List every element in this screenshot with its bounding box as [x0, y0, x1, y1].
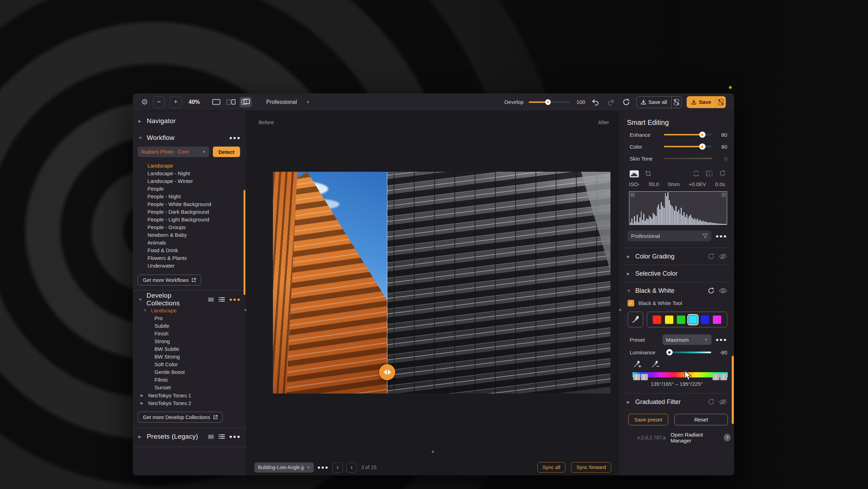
- grid-view-icon[interactable]: [208, 297, 214, 302]
- workflow-item[interactable]: Food & Drink: [133, 247, 244, 254]
- single-view-icon[interactable]: [210, 97, 222, 107]
- reset-section-icon[interactable]: [708, 253, 715, 260]
- zoom-in-button[interactable]: +: [170, 96, 182, 108]
- detect-button[interactable]: Detect: [213, 147, 240, 157]
- bw-color-swatch[interactable]: [689, 316, 697, 324]
- workflow-item[interactable]: People - White Background: [133, 200, 244, 208]
- photo-compare-view[interactable]: [273, 172, 610, 394]
- selective-color-section-header[interactable]: ▶ Selective Color: [619, 265, 734, 282]
- side-by-side-view-icon[interactable]: [225, 97, 237, 107]
- workflow-item[interactable]: Landscape - Winter: [133, 177, 244, 185]
- workflow-item[interactable]: People - Dark Background: [133, 208, 244, 216]
- bw-color-swatch[interactable]: [701, 316, 709, 324]
- black-white-tool-checkbox[interactable]: ✓: [628, 300, 634, 306]
- toolbar-profile-dropdown[interactable]: Professional ▼: [266, 99, 310, 105]
- workflow-item[interactable]: Flowers & Plants: [133, 254, 244, 262]
- hue-range-handle[interactable]: [720, 374, 727, 380]
- crop-icon[interactable]: [645, 170, 651, 178]
- sidebar-collapse-handle[interactable]: ◀: [244, 307, 247, 312]
- zoom-out-button[interactable]: −: [153, 96, 165, 108]
- rotate-icon[interactable]: [719, 170, 726, 178]
- redo-icon[interactable]: [606, 99, 616, 106]
- workflow-item[interactable]: People - Light Background: [133, 216, 244, 224]
- workflow-section-header[interactable]: ▼ Workflow ●●●: [133, 133, 246, 143]
- get-more-develop-collections-button[interactable]: Get more Develop Collections: [138, 412, 223, 423]
- slider-control[interactable]: [664, 155, 712, 162]
- reset-image-icon[interactable]: [621, 98, 631, 106]
- collection-item[interactable]: BW Subtle: [133, 345, 246, 353]
- filmstrip-expand-icon[interactable]: ▲: [431, 449, 435, 454]
- sync-forward-button[interactable]: Sync forward: [571, 462, 611, 473]
- grid-view-icon[interactable]: [208, 434, 214, 439]
- settings-gear-icon[interactable]: ⚙: [141, 98, 148, 106]
- bw-preset-dropdown[interactable]: Maximum ▼: [663, 334, 711, 345]
- undo-icon[interactable]: [590, 99, 601, 106]
- reset-section-icon[interactable]: [708, 398, 715, 405]
- workflow-engine-dropdown[interactable]: Radiant Photo - Core ▼: [138, 147, 209, 157]
- hue-range-handle[interactable]: [713, 374, 719, 380]
- save-options-toggle[interactable]: [716, 96, 726, 108]
- bw-color-swatch[interactable]: [677, 316, 685, 324]
- next-image-button[interactable]: ›: [346, 462, 357, 473]
- visibility-off-icon[interactable]: [719, 399, 727, 405]
- color-picker-eyedropper-button[interactable]: [628, 312, 643, 327]
- workflow-item[interactable]: Landscape: [133, 162, 244, 170]
- save-preset-button[interactable]: Save preset: [628, 414, 668, 425]
- collection-group-collapsed[interactable]: ▶NeoTokyo Tones 2: [133, 399, 246, 407]
- workflow-item[interactable]: Newborn & Baby: [133, 231, 244, 239]
- luminance-slider[interactable]: [665, 349, 711, 355]
- compare-split-line[interactable]: [387, 172, 388, 394]
- bw-color-swatch[interactable]: [713, 316, 721, 324]
- profile-dropdown[interactable]: Professional: [628, 231, 711, 241]
- collection-item[interactable]: Pro: [133, 314, 246, 322]
- collection-item[interactable]: Finish: [133, 330, 246, 338]
- panel-scrollbar[interactable]: [732, 356, 734, 424]
- develop-collections-header[interactable]: ▼ Develop Collections ●●●: [133, 294, 246, 305]
- shadow-clip-indicator[interactable]: [630, 193, 635, 197]
- graduated-filter-section-header[interactable]: ▶ Graduated Filter: [619, 394, 734, 410]
- slider-control[interactable]: [664, 143, 712, 150]
- collection-item[interactable]: Gentle Boost: [133, 368, 246, 376]
- hue-range-handle[interactable]: [641, 374, 648, 380]
- flip-horizontal-icon[interactable]: [706, 170, 713, 178]
- workflow-item[interactable]: People - Groups: [133, 224, 244, 231]
- workflow-item[interactable]: People: [133, 185, 244, 193]
- bw-color-swatch[interactable]: [665, 316, 673, 324]
- list-view-icon[interactable]: [218, 297, 225, 302]
- collection-item[interactable]: Subtle: [133, 322, 246, 330]
- open-radiant-manager-link[interactable]: Open Radiant Manager: [671, 432, 719, 444]
- save-all-options-toggle[interactable]: [671, 97, 681, 108]
- workflow-item[interactable]: Underwater: [133, 262, 244, 270]
- bw-color-swatch[interactable]: [653, 316, 661, 324]
- save-all-button[interactable]: Save all: [636, 96, 682, 108]
- collection-item[interactable]: Strong: [133, 338, 246, 345]
- color-grading-section-header[interactable]: ▶ Color Grading: [619, 248, 734, 265]
- hue-range-handle[interactable]: [633, 374, 640, 380]
- flip-vertical-icon[interactable]: [693, 170, 700, 178]
- highlight-clip-indicator[interactable]: [722, 193, 726, 197]
- add-hue-eyedropper-icon[interactable]: [633, 360, 642, 369]
- presets-legacy-header[interactable]: ▶ Presets (Legacy) ●●●: [133, 431, 246, 442]
- reset-section-icon[interactable]: [708, 287, 715, 294]
- slider-control[interactable]: [664, 132, 712, 138]
- visibility-off-icon[interactable]: [719, 253, 727, 260]
- save-button[interactable]: Save: [687, 96, 726, 108]
- navigator-section-header[interactable]: ▶ Navigator: [133, 116, 246, 126]
- develop-slider[interactable]: [529, 99, 570, 105]
- hue-range-strip[interactable]: [632, 372, 728, 377]
- collection-item[interactable]: BW Strong: [133, 353, 246, 361]
- black-white-section-header[interactable]: ▼ Black & White: [619, 282, 734, 299]
- collection-group-collapsed[interactable]: ▶NeoTokyo Tones 1: [133, 391, 246, 399]
- get-more-workflows-button[interactable]: Get more Workflows: [138, 275, 201, 285]
- collection-group-landscape[interactable]: ▼ Landscape: [133, 306, 246, 314]
- workflow-item[interactable]: Landscape - Night: [133, 170, 244, 177]
- remove-hue-eyedropper-icon[interactable]: [651, 360, 660, 369]
- help-icon[interactable]: ?: [724, 434, 731, 441]
- workflow-scrollbar[interactable]: [244, 190, 245, 295]
- histogram-toggle-icon[interactable]: [630, 170, 639, 177]
- compare-split-handle[interactable]: [379, 364, 395, 380]
- workflow-item[interactable]: People - Night: [133, 193, 244, 200]
- reset-button[interactable]: Reset: [674, 414, 728, 425]
- collection-item[interactable]: Filmic: [133, 376, 246, 384]
- filename-dropdown[interactable]: Building-Low-Angle.jp ▼: [254, 462, 314, 473]
